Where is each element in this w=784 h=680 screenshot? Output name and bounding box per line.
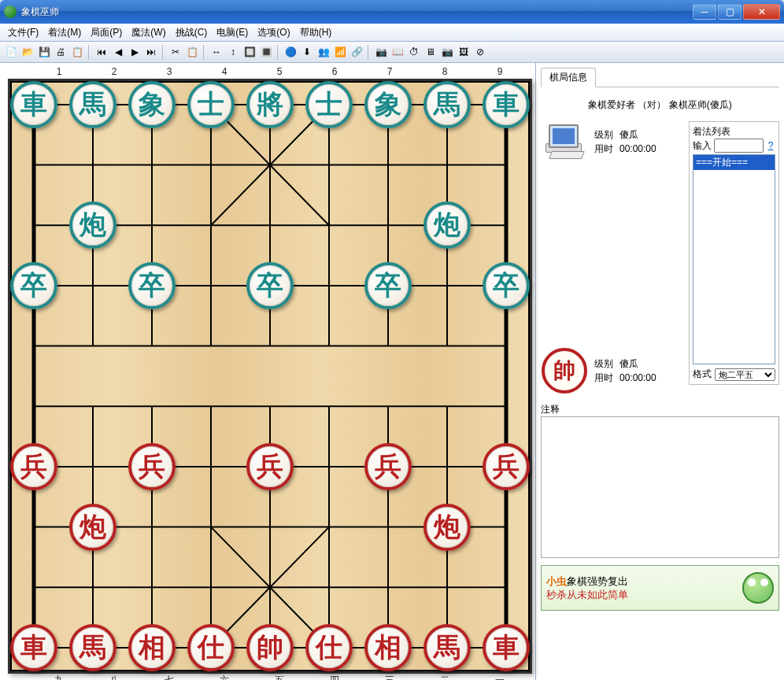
menu-item[interactable]: 局面(P) xyxy=(86,24,127,41)
toolbar-button[interactable]: 📶 xyxy=(332,44,348,60)
coord: 五 xyxy=(252,674,307,680)
menu-item[interactable]: 魔法(W) xyxy=(127,24,170,41)
menu-item[interactable]: 帮助(H) xyxy=(295,24,337,41)
piece-車[interactable]: 車 xyxy=(10,624,57,671)
toolbar-button[interactable]: ▶ xyxy=(127,44,142,60)
coord: 八 xyxy=(87,674,142,680)
toolbar-button[interactable]: 📷 xyxy=(373,44,389,60)
piece-卒[interactable]: 卒 xyxy=(364,262,412,309)
toolbar-button[interactable]: ◀ xyxy=(110,44,126,60)
piece-卒[interactable]: 卒 xyxy=(483,262,530,309)
piece-馬[interactable]: 馬 xyxy=(423,624,471,671)
annotation-section: 注释 xyxy=(541,403,779,560)
toolbar-button[interactable]: 💾 xyxy=(36,44,52,60)
movelist-row-start[interactable]: ===开始=== xyxy=(693,155,775,170)
piece-卒[interactable]: 卒 xyxy=(10,262,57,309)
close-button[interactable]: ✕ xyxy=(743,4,780,20)
toolbar-button[interactable]: 🔲 xyxy=(242,44,257,60)
side-panel: 棋局信息 象棋爱好者 （对） 象棋巫师(傻瓜) 级别傻瓜 用时00:00:00 xyxy=(535,63,784,680)
menu-item[interactable]: 文件(F) xyxy=(3,24,43,41)
piece-卒[interactable]: 卒 xyxy=(246,262,294,309)
format-select[interactable]: 炮二平五 xyxy=(715,368,775,381)
piece-兵[interactable]: 兵 xyxy=(483,443,530,490)
ad-banner[interactable]: 小虫象棋强势复出 秒杀从未如此简单 xyxy=(541,565,779,611)
app-icon xyxy=(4,6,17,18)
coord: 4 xyxy=(197,66,252,77)
piece-相[interactable]: 相 xyxy=(364,624,412,671)
piece-馬[interactable]: 馬 xyxy=(423,81,471,128)
toolbar-button[interactable]: ⬇ xyxy=(299,44,315,60)
piece-兵[interactable]: 兵 xyxy=(246,443,294,490)
input-label: 输入 xyxy=(693,140,712,151)
piece-炮[interactable]: 炮 xyxy=(423,504,471,551)
piece-炮[interactable]: 炮 xyxy=(423,201,471,249)
toolbar-button[interactable]: ⏭ xyxy=(143,44,159,60)
toolbar-separator xyxy=(277,45,279,59)
piece-象[interactable]: 象 xyxy=(364,81,412,128)
minimize-button[interactable]: ─ xyxy=(693,4,716,20)
piece-馬[interactable]: 馬 xyxy=(69,81,116,128)
piece-士[interactable]: 士 xyxy=(187,81,235,128)
piece-帥[interactable]: 帥 xyxy=(246,624,294,671)
piece-象[interactable]: 象 xyxy=(128,81,176,128)
piece-相[interactable]: 相 xyxy=(128,624,176,671)
menu-item[interactable]: 选项(O) xyxy=(253,24,294,41)
chess-board[interactable]: 車馬象士將士象馬車炮炮卒卒卒卒卒兵兵兵兵兵炮炮車馬相仕帥仕相馬車 xyxy=(8,79,532,674)
coord: 9 xyxy=(472,66,527,77)
movelist-box: 着法列表 输入 ? ===开始=== 格式 炮二平五 xyxy=(689,121,779,385)
piece-士[interactable]: 士 xyxy=(305,81,353,128)
piece-仕[interactable]: 仕 xyxy=(305,624,353,671)
window-title: 象棋巫师 xyxy=(21,6,693,19)
toolbar-button[interactable]: 🖼 xyxy=(456,44,472,60)
toolbar-button[interactable]: ⊘ xyxy=(472,44,488,60)
toolbar-button[interactable]: 🔗 xyxy=(349,44,364,60)
movelist[interactable]: ===开始=== xyxy=(693,154,775,364)
piece-仕[interactable]: 仕 xyxy=(187,624,235,671)
tab-game-info[interactable]: 棋局信息 xyxy=(541,68,596,87)
coord: 九 xyxy=(31,674,87,680)
move-input[interactable] xyxy=(714,139,764,153)
toolbar-button[interactable]: 👥 xyxy=(316,44,331,60)
menu-item[interactable]: 着法(M) xyxy=(43,24,86,41)
help-icon[interactable]: ? xyxy=(768,140,774,151)
coord: 2 xyxy=(87,66,142,77)
toolbar-button[interactable]: 📋 xyxy=(69,44,85,60)
toolbar-separator xyxy=(368,45,370,59)
coord: 二 xyxy=(417,674,472,680)
piece-炮[interactable]: 炮 xyxy=(69,504,116,551)
toolbar-button[interactable]: 📋 xyxy=(184,44,200,60)
top-coordinates: 123456789 xyxy=(8,66,527,77)
piece-車[interactable]: 車 xyxy=(483,624,530,671)
annotation-textarea[interactable] xyxy=(541,416,779,558)
toolbar-button[interactable]: 📷 xyxy=(439,44,455,60)
piece-將[interactable]: 將 xyxy=(246,81,294,128)
board-grid xyxy=(10,81,530,671)
menu-item[interactable]: 电脑(E) xyxy=(212,24,253,41)
toolbar-button[interactable]: ↕ xyxy=(225,44,241,60)
toolbar-button[interactable]: ⏱ xyxy=(406,44,422,60)
toolbar-button[interactable]: 📖 xyxy=(390,44,405,60)
piece-馬[interactable]: 馬 xyxy=(69,624,116,671)
toolbar-button[interactable]: 📄 xyxy=(3,44,19,60)
piece-炮[interactable]: 炮 xyxy=(69,201,116,249)
toolbar-button[interactable]: 🖨 xyxy=(53,44,68,60)
toolbar-button[interactable]: 🖥 xyxy=(423,44,438,60)
maximize-button[interactable]: ▢ xyxy=(718,4,741,20)
toolbar-button[interactable]: ✂ xyxy=(168,44,183,60)
piece-卒[interactable]: 卒 xyxy=(128,262,176,309)
toolbar-button[interactable]: 🔵 xyxy=(283,44,298,60)
piece-兵[interactable]: 兵 xyxy=(364,443,412,490)
piece-兵[interactable]: 兵 xyxy=(10,443,57,490)
menu-item[interactable]: 挑战(C) xyxy=(171,24,213,41)
movelist-title: 着法列表 xyxy=(693,125,775,139)
toolbar-button[interactable]: ↔ xyxy=(209,44,224,60)
level-label: 级别 xyxy=(594,357,619,371)
self-time: 00:00:00 xyxy=(619,372,656,383)
piece-車[interactable]: 車 xyxy=(483,81,530,128)
toolbar-button[interactable]: 📂 xyxy=(20,44,35,60)
toolbar-button[interactable]: 🔳 xyxy=(258,44,274,60)
toolbar-button[interactable]: ⏮ xyxy=(94,44,109,60)
coord: 四 xyxy=(307,674,362,680)
piece-車[interactable]: 車 xyxy=(10,81,57,128)
piece-兵[interactable]: 兵 xyxy=(128,443,176,490)
